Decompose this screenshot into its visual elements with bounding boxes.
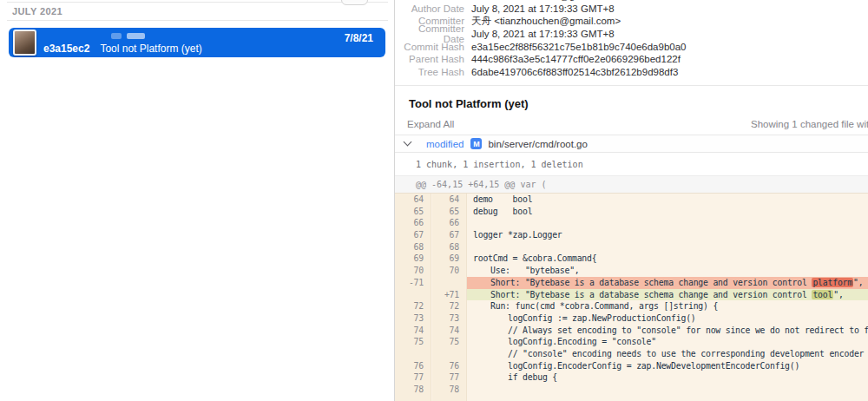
diff-row: 7878 [395,384,868,396]
new-line-number: 73 [431,312,467,325]
file-diff-header[interactable]: modified M bin/server/cmd/root.go [395,135,868,153]
diff-row: 7070Use: "bytebase", [395,265,868,277]
diff-row: 7474// Always set encoding to "console" … [395,325,868,337]
metadata-row: Tree Hash6dabe419706c6f883ff02514c3bf261… [395,66,868,79]
code-line: debug bool [467,206,868,218]
changed-token: platform [812,278,853,287]
diff-row: -71Short: "Bytebase is a database schema… [395,277,868,289]
new-line-number: 66 [431,217,467,229]
commit-summary-line: e3a15ec2Tool not Platform (yet) [43,43,202,55]
code-line [467,384,868,396]
chevron-down-icon[interactable] [404,138,412,147]
file-status-label: modified [426,139,464,149]
diff-row: 6969rootCmd = &cobra.Command{ [395,253,868,265]
code-line: Short: "Bytebase is a database schema ch… [467,289,868,301]
commit-metadata: Author天舟 <tianzhouchen@gmail.com>Author … [395,0,868,86]
metadata-label: Author Date [395,3,464,14]
new-line-number [431,348,467,360]
code-line: // "console" encoding needs to use the c… [467,348,868,360]
metadata-value: 6dabe419706c6f883ff02514c3bf2612b9d98df3 [471,67,678,77]
git-client-window: JULY 2021 e3a15ec2Tool not Platform (yet… [0,0,868,401]
new-line-number: 74 [431,325,467,337]
file-change-stats: 1 chunk, 1 insertion, 1 deletion [395,153,868,175]
old-line-number: 69 [395,253,431,265]
commit-detail-panel: Author天舟 <tianzhouchen@gmail.com>Author … [395,0,868,401]
old-line-number: -71 [395,277,431,289]
clipped-control-fragment [341,0,368,5]
old-line-number: 64 [395,194,431,206]
metadata-label: Tree Hash [395,67,464,77]
commit-list-panel: JULY 2021 e3a15ec2Tool not Platform (yet… [0,0,395,401]
ref-chip [111,33,122,39]
code-line: Run: func(cmd *cobra.Command, args []str… [467,300,868,312]
new-line-number: 67 [431,229,467,241]
code-line: demo bool [467,194,868,206]
old-line-number: 65 [395,206,431,218]
hunk-header: @@ -64,15 +64,15 @@ var ( [395,175,868,194]
code-line: logConfig.EncoderConfig = zap.NewDevelop… [467,360,868,372]
metadata-row: Committer DateJuly 8, 2021 at 17:19:33 G… [395,28,868,41]
new-line-number: 64 [431,194,467,206]
new-line-number: 68 [431,241,467,253]
old-line-number [395,289,431,301]
diff-row: 6767logger *zap.Logger [395,229,868,241]
code-line: logConfig := zap.NewProductionConfig() [467,312,868,325]
old-line-number: 76 [395,360,431,372]
ref-chip [127,33,145,39]
diff-row: 6464demo bool [395,194,868,206]
metadata-label: Author [395,0,464,1]
commit-group-header: JULY 2021 [7,2,388,21]
new-line-number: 70 [431,265,467,277]
diff-row: 6868 [395,241,868,253]
old-line-number: 70 [395,265,431,277]
old-line-number: 67 [395,229,431,241]
new-line-number: 65 [431,206,467,218]
commit-message: Tool not Platform (yet) [100,43,201,55]
diff-row: 7272Run: func(cmd *cobra.Command, args [… [395,300,868,312]
old-line-number: 72 [395,300,431,312]
old-line-number: 68 [395,241,431,253]
diff-row: 6666 [395,217,868,229]
commit-date-badge: 7/8/21 [345,32,373,44]
old-line-number: 78 [395,384,431,396]
diff-row: 7575logConfig.Encoding = "console" [395,336,868,348]
code-line: Use: "bytebase", [467,265,868,277]
new-line-number: 75 [431,336,467,348]
diff-row: // "console" encoding needs to use the c… [395,348,868,360]
diff-row: 7373logConfig := zap.NewProductionConfig… [395,312,868,325]
new-line-number: 78 [431,384,467,396]
metadata-row: Commit Hashe3a15ec2f88f56321c75e1b81b9c7… [395,40,868,53]
code-line: if debug { [467,371,868,384]
code-line: rootCmd = &cobra.Command{ [467,253,868,265]
new-line-number: 76 [431,360,467,372]
old-line-number: 74 [395,325,431,337]
metadata-value: 444c986f3a3e5c14777cff0e2e0669296bed122f [471,54,681,64]
expand-all-button[interactable]: Expand All [407,119,454,129]
new-line-number: 69 [431,253,467,265]
author-avatar [13,30,36,56]
metadata-row: Author DateJuly 8, 2021 at 17:19:33 GMT+… [395,3,868,16]
metadata-label: Commit Hash [395,42,464,52]
code-line [467,241,868,253]
new-line-number [431,277,467,289]
commit-list-item-selected[interactable]: e3a15ec2Tool not Platform (yet) 7/8/21 [9,28,385,57]
code-line: logConfig.Encoding = "console" [467,336,868,348]
metadata-value: e3a15ec2f88f56321c75e1b81b9c740e6da9b0a0 [471,42,687,52]
diff-row: +71Short: "Bytebase is a database schema… [395,289,868,301]
old-line-number [395,348,431,360]
metadata-value: 天舟 <tianzhouchen@gmail.com> [471,15,621,28]
metadata-value: 天舟 <tianzhouchen@gmail.com> [471,0,621,3]
code-line: Short: "Bytebase is a database schema ch… [467,277,868,289]
diff-row: 6565debug bool [395,206,868,218]
metadata-row: Parent Hash444c986f3a3e5c14777cff0e2e066… [395,53,868,66]
new-line-number: 72 [431,300,467,312]
old-line-number: 75 [395,336,431,348]
diff-row: 7777if debug { [395,371,868,384]
old-line-number: 77 [395,371,431,384]
metadata-value: July 8, 2021 at 17:19:33 GMT+8 [471,3,615,14]
code-line: logger *zap.Logger [467,229,868,241]
metadata-row: Committer天舟 <tianzhouchen@gmail.com> [395,15,868,28]
diff-view[interactable]: 6464demo bool6565debug bool66666767logge… [395,194,868,401]
diff-toolbar: Expand All Showing 1 changed file with 1… [395,118,868,133]
changed-files-summary: Showing 1 changed file with 1 add [751,119,868,129]
